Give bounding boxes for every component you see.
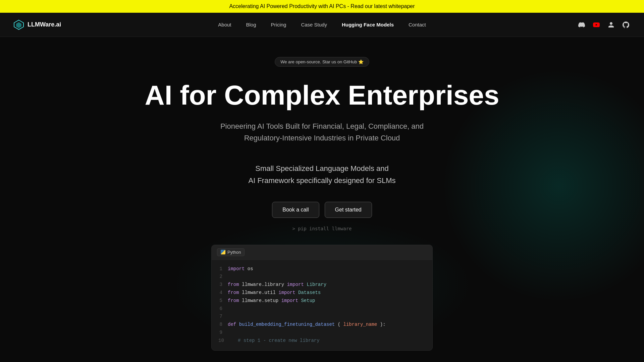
cta-buttons: Book a call Get started [272, 202, 372, 218]
nav-hugging-face[interactable]: Hugging Face Models [336, 19, 400, 30]
code-line-1: 1 import os [218, 265, 426, 273]
code-line-9: 9 [218, 329, 426, 337]
python-language-badge: Python [217, 248, 245, 256]
book-call-button[interactable]: Book a call [272, 202, 319, 218]
nav-links: About Blog Pricing Case Study Hugging Fa… [212, 19, 432, 30]
python-icon [221, 250, 225, 254]
account-icon[interactable] [606, 20, 616, 29]
youtube-icon[interactable] [592, 20, 601, 29]
logo-area: LLMWare.ai [13, 19, 61, 30]
code-header: Python [212, 245, 432, 260]
github-icon[interactable] [621, 20, 631, 29]
navbar: LLMWare.ai About Blog Pricing Case Study… [0, 13, 644, 37]
hero-title: AI for Complex Enterprises [145, 80, 499, 110]
svg-marker-1 [16, 22, 21, 28]
pip-install-text: > pip install llmware [292, 226, 352, 231]
logo-text: LLMWare.ai [28, 21, 61, 28]
nav-pricing[interactable]: Pricing [265, 19, 292, 30]
banner-text: Accelerating AI Powered Productivity wit… [229, 3, 415, 9]
code-line-10: 10 # step 1 - create new library [218, 337, 426, 345]
nav-case-study[interactable]: Case Study [295, 19, 333, 30]
code-line-7: 7 [218, 313, 426, 321]
code-line-2: 2 [218, 273, 426, 281]
nav-about[interactable]: About [212, 19, 237, 30]
code-line-8: 8 def build_embedding_finetuning_dataset… [218, 321, 426, 329]
code-content: 1 import os 2 3 from llmware.library imp… [212, 260, 432, 350]
hero-subtitle: Pioneering AI Tools Built for Financial,… [205, 120, 439, 144]
get-started-button[interactable]: Get started [325, 202, 372, 218]
navbar-icons [577, 20, 631, 29]
code-block: Python 1 import os 2 3 from llmware.libr… [211, 245, 433, 351]
hero-tagline-2: AI Framework specifically designed for S… [249, 176, 396, 185]
code-line-4: 4 from llmware.util import Datasets [218, 289, 426, 297]
llmware-logo-icon [13, 19, 24, 30]
code-line-3: 3 from llmware.library import Library [218, 281, 426, 289]
github-star-badge[interactable]: We are open-source. Star us on GitHub ⭐ [275, 57, 369, 67]
nav-blog[interactable]: Blog [240, 19, 262, 30]
hero-tagline-1: Small Specialized Language Models and [255, 164, 388, 173]
code-line-6: 6 [218, 305, 426, 313]
language-label: Python [227, 250, 241, 255]
nav-contact[interactable]: Contact [402, 19, 432, 30]
announcement-banner[interactable]: Accelerating AI Powered Productivity wit… [0, 0, 644, 13]
code-line-5: 5 from llmware.setup import Setup [218, 297, 426, 305]
discord-icon[interactable] [577, 20, 586, 29]
hero-section: We are open-source. Star us on GitHub ⭐ … [0, 37, 644, 352]
